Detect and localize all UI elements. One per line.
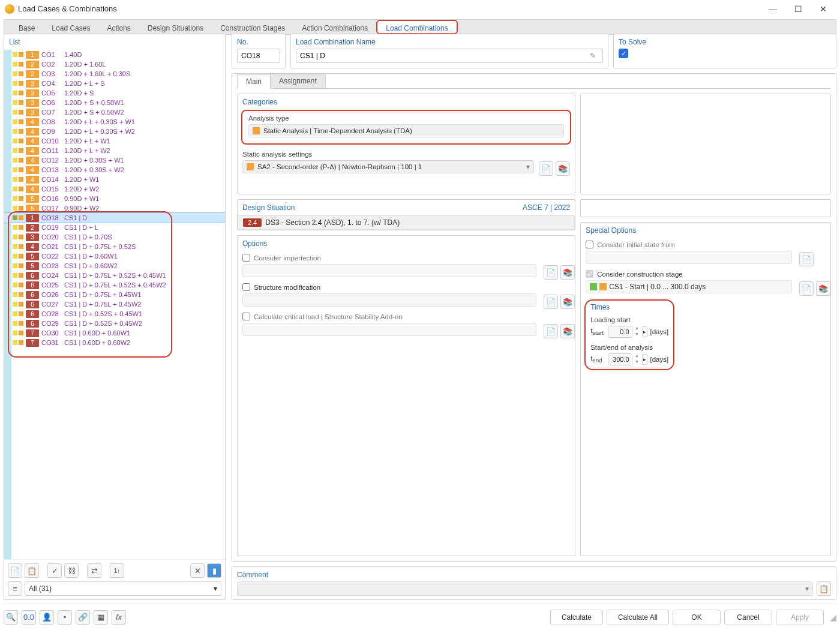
list-item[interactable]: 4CO81.20D + L + 0.30S + W1 bbox=[4, 117, 225, 127]
ok-button[interactable]: OK bbox=[673, 610, 721, 625]
tab-design-situations[interactable]: Design Situations bbox=[139, 20, 212, 34]
list-item[interactable]: 4CO141.20D + W1 bbox=[4, 175, 225, 184]
construction-stage-btn2[interactable]: 📚 bbox=[816, 281, 830, 296]
tab-load-cases[interactable]: Load Cases bbox=[43, 20, 98, 34]
list-item[interactable]: 6CO27CS1 | D + 0.75L + 0.45W2 bbox=[4, 299, 225, 309]
link-button[interactable]: 🔗 bbox=[76, 610, 90, 625]
list-item[interactable]: 4CO21CS1 | D + 0.75L + 0.52S bbox=[4, 242, 225, 251]
list-item[interactable]: 7CO31CS1 | 0.60D + 0.60W2 bbox=[4, 338, 225, 347]
spin-up-icon[interactable]: ▲ bbox=[635, 326, 640, 332]
tend-more-button[interactable]: ▸ bbox=[642, 354, 648, 365]
close-button[interactable]: ✕ bbox=[811, 1, 835, 17]
list-item[interactable]: 1CO18CS1 | D bbox=[4, 213, 225, 223]
comment-dropdown[interactable]: ▾ bbox=[237, 581, 813, 596]
list-item[interactable]: 3CO41.20D + L + S bbox=[4, 79, 225, 88]
list-item[interactable]: 5CO160.90D + W1 bbox=[4, 194, 225, 203]
list-item[interactable]: 3CO71.20D + S + 0.50W2 bbox=[4, 107, 225, 117]
no-input[interactable] bbox=[241, 52, 286, 60]
opt-critical-checkbox[interactable] bbox=[242, 313, 250, 320]
tstart-more-button[interactable]: ▸ bbox=[642, 326, 648, 337]
tab-load-combinations[interactable]: Load Combinations bbox=[376, 20, 457, 34]
tab-base[interactable]: Base bbox=[10, 20, 43, 34]
units-button[interactable]: 0.0 bbox=[22, 610, 36, 625]
list-item[interactable]: 3CO20CS1 | D + 0.70S bbox=[4, 232, 225, 242]
list-item[interactable]: 4CO151.20D + W2 bbox=[4, 184, 225, 194]
color-toggle-button[interactable]: ▮ bbox=[207, 563, 221, 578]
filter-icon-button[interactable]: ≡ bbox=[8, 581, 22, 596]
tstart-input[interactable]: 0.0 bbox=[608, 326, 632, 338]
list-item[interactable]: 6CO29CS1 | D + 0.52S + 0.45W2 bbox=[4, 319, 225, 328]
name-input[interactable] bbox=[300, 52, 587, 60]
list-item[interactable]: 2CO21.20D + 1.60L bbox=[4, 59, 225, 69]
apply-button[interactable]: Apply bbox=[776, 610, 824, 625]
opt-initial-checkbox[interactable] bbox=[586, 241, 593, 248]
calculate-button[interactable]: Calculate bbox=[550, 610, 603, 625]
model-button[interactable]: 👤 bbox=[40, 610, 54, 625]
list-item[interactable]: 6CO25CS1 | D + 0.75L + 0.52S + 0.45W2 bbox=[4, 280, 225, 290]
tab-action-combinations[interactable]: Action Combinations bbox=[293, 20, 376, 34]
delete-button[interactable]: ✕ bbox=[190, 563, 205, 578]
opt-imperfection-checkbox[interactable] bbox=[242, 254, 250, 262]
maximize-button[interactable]: ☐ bbox=[786, 1, 810, 17]
check-button[interactable]: ✓ bbox=[47, 563, 62, 578]
tab-actions[interactable]: Actions bbox=[98, 20, 139, 34]
list-item[interactable]: 2CO19CS1 | D + L bbox=[4, 223, 225, 232]
opt-critical-btn2[interactable]: 📚 bbox=[560, 324, 575, 338]
static-settings-new-button[interactable]: 📄 bbox=[539, 161, 553, 176]
spin-down-icon[interactable]: ▼ bbox=[635, 359, 640, 365]
static-settings-dropdown[interactable]: SA2 - Second-order (P-Δ) | Newton-Raphso… bbox=[242, 160, 534, 173]
dot-button[interactable]: • bbox=[58, 610, 72, 625]
list-filter-dropdown[interactable]: All (31) ▾ bbox=[25, 581, 221, 596]
list-item[interactable]: 4CO121.20D + 0.30S + W1 bbox=[4, 155, 225, 165]
cancel-button[interactable]: Cancel bbox=[724, 610, 772, 625]
resize-grip-icon[interactable]: ◢ bbox=[830, 613, 836, 622]
list-item[interactable]: 6CO24CS1 | D + 0.75L + 0.52S + 0.45W1 bbox=[4, 271, 225, 280]
construction-stage-btn1[interactable]: 📄 bbox=[799, 281, 814, 296]
spin-up-icon[interactable]: ▲ bbox=[635, 353, 640, 359]
opt-structmod-btn2[interactable]: 📚 bbox=[560, 295, 575, 309]
list-item[interactable]: 5CO22CS1 | D + 0.60W1 bbox=[4, 251, 225, 261]
comment-copy-button[interactable]: 📋 bbox=[817, 581, 831, 596]
swap-button[interactable]: ⇄ bbox=[87, 563, 101, 578]
edit-name-icon[interactable]: ✎ bbox=[587, 50, 599, 62]
subtab-main[interactable]: Main bbox=[237, 74, 271, 89]
list-item[interactable]: 3CO61.20D + S + 0.50W1 bbox=[4, 98, 225, 107]
list-item[interactable]: 7CO30CS1 | 0.60D + 0.60W1 bbox=[4, 328, 225, 338]
list-item[interactable]: 4CO111.20D + L + W2 bbox=[4, 146, 225, 155]
list-item[interactable]: 6CO26CS1 | D + 0.75L + 0.45W1 bbox=[4, 290, 225, 299]
opt-critical-btn1[interactable]: 📄 bbox=[544, 324, 558, 338]
sort-button[interactable]: 1↕ bbox=[110, 563, 124, 578]
list-item[interactable]: 4CO131.20D + 0.30S + W2 bbox=[4, 165, 225, 175]
static-settings-lib-button[interactable]: 📚 bbox=[556, 161, 570, 176]
solve-checkbox[interactable]: ✓ bbox=[619, 49, 628, 58]
sheet-button[interactable]: ▦ bbox=[94, 610, 108, 625]
opt-structmod-checkbox[interactable] bbox=[242, 283, 250, 291]
chain-button[interactable]: ⛓ bbox=[64, 563, 79, 578]
list-item[interactable]: 5CO170.90D + W2 bbox=[4, 203, 225, 213]
tab-construction-stages[interactable]: Construction Stages bbox=[212, 20, 293, 34]
copy-button[interactable]: 📋 bbox=[25, 563, 39, 578]
list-item[interactable]: 4CO91.20D + L + 0.30S + W2 bbox=[4, 127, 225, 136]
tend-input[interactable]: 300.0 bbox=[608, 353, 632, 365]
opt-structmod-btn1[interactable]: 📄 bbox=[544, 295, 558, 309]
opt-imperfection-btn2[interactable]: 📚 bbox=[560, 265, 575, 280]
list-item[interactable]: 3CO51.20D + S bbox=[4, 88, 225, 98]
list-item[interactable]: 1CO11.40D bbox=[4, 50, 225, 59]
no-field[interactable] bbox=[237, 49, 280, 63]
subtab-assignment[interactable]: Assignment bbox=[270, 74, 326, 88]
minimize-button[interactable]: — bbox=[761, 1, 785, 17]
opt-imperfection-label: Consider imperfection bbox=[254, 254, 321, 262]
fx-button[interactable]: fx bbox=[112, 610, 126, 625]
calculate-all-button[interactable]: Calculate All bbox=[607, 610, 669, 625]
list-item[interactable]: 4CO101.20D + L + W1 bbox=[4, 136, 225, 146]
opt-initial-btn[interactable]: 📄 bbox=[799, 252, 814, 266]
help-button[interactable]: 🔍 bbox=[4, 610, 18, 625]
spin-down-icon[interactable]: ▼ bbox=[635, 332, 640, 338]
name-field[interactable]: ✎ bbox=[296, 49, 603, 63]
item-co: CO12 bbox=[41, 157, 64, 164]
list-item[interactable]: 5CO23CS1 | D + 0.60W2 bbox=[4, 261, 225, 271]
list-item[interactable]: 2CO31.20D + 1.60L + 0.30S bbox=[4, 69, 225, 79]
opt-imperfection-btn1[interactable]: 📄 bbox=[544, 265, 558, 280]
list-item[interactable]: 6CO28CS1 | D + 0.52S + 0.45W1 bbox=[4, 309, 225, 319]
new-button[interactable]: 📄 bbox=[8, 563, 22, 578]
